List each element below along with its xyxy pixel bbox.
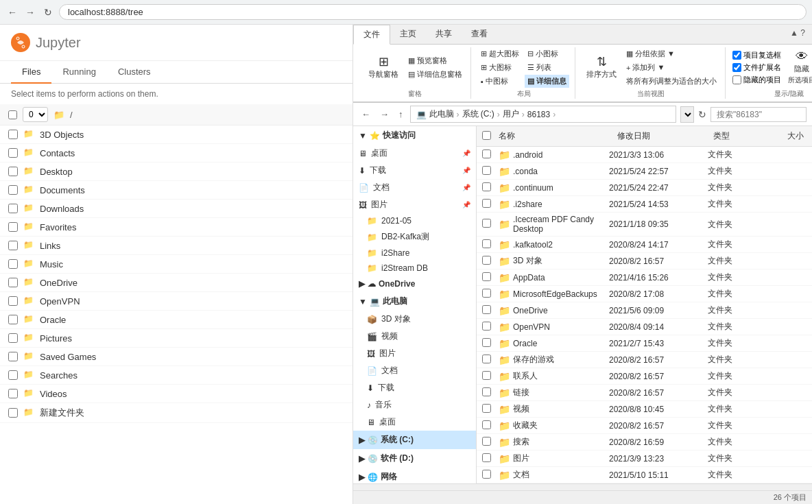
horizontal-scrollbar[interactable] xyxy=(353,483,812,490)
sidebar-network-header[interactable]: ▶ 🌐 网络 xyxy=(353,468,476,483)
row-checkbox[interactable] xyxy=(482,470,491,479)
group-by-btn[interactable]: ▦ 分组依据 ▼ xyxy=(623,47,719,60)
forward-button[interactable]: → xyxy=(23,5,37,19)
jupyter-list-item[interactable]: 📁 Saved Games xyxy=(0,348,353,366)
fit-all-cols-btn[interactable]: 将所有列调整为适合的大小 xyxy=(623,75,719,88)
sidebar-item-dl[interactable]: ⬇ 下载 xyxy=(353,379,476,396)
table-row[interactable]: 📁 视频 2020/8/8 10:45 文件夹 xyxy=(477,401,812,418)
addr-back-btn[interactable]: ← xyxy=(359,108,373,121)
row-checkbox[interactable] xyxy=(482,149,491,158)
row-checkbox[interactable] xyxy=(482,219,491,228)
jupyter-list-item[interactable]: 📁 3D Objects xyxy=(0,125,353,144)
path-dropdown[interactable]: ▾ xyxy=(680,106,694,123)
huge-icon-btn[interactable]: ⊞ 超大图标 xyxy=(478,47,522,60)
table-row[interactable]: 📁 .i2share 2021/5/24 14:53 文件夹 xyxy=(477,196,812,213)
sidebar-item-i2streamdb[interactable]: 📁 i2Stream DB xyxy=(353,261,476,276)
explorer-path-bar[interactable]: 💻 此电脑 › 系统 (C:) › 用户 › 86183 › xyxy=(410,106,677,123)
medium-icon-btn[interactable]: ▪ 中图标 xyxy=(478,75,522,88)
sidebar-item-downloads[interactable]: ⬇ 下载 📌 xyxy=(353,162,476,179)
sidebar-item-pictures[interactable]: 🖼 图片 📌 xyxy=(353,196,476,213)
add-col-btn[interactable]: + 添加列 ▼ xyxy=(623,61,719,74)
select-all-checkbox[interactable] xyxy=(8,110,17,119)
large-icon-btn[interactable]: ⊞ 大图标 xyxy=(478,61,522,74)
row-checkbox[interactable] xyxy=(482,420,491,429)
row-checkbox[interactable] xyxy=(482,272,491,281)
table-row[interactable]: 📁 搜索 2020/8/2 16:59 文件夹 xyxy=(477,434,812,451)
table-row[interactable]: 📁 .Icecream PDF Candy Desktop 2021/1/18 … xyxy=(477,213,812,237)
jupyter-list-item[interactable]: 📁 Videos xyxy=(0,385,353,403)
jupyter-list-item[interactable]: 📁 Contacts xyxy=(0,144,353,163)
col-header-name[interactable]: 名称 xyxy=(496,129,614,143)
ribbon-tab-file[interactable]: 文件 xyxy=(353,25,390,45)
item-checkbox[interactable] xyxy=(8,259,18,269)
item-checkbox[interactable] xyxy=(8,315,18,324)
sidebar-item-video[interactable]: 🎬 视频 xyxy=(353,328,476,345)
item-checkbox[interactable] xyxy=(8,241,18,250)
row-checkbox[interactable] xyxy=(482,338,491,347)
table-row[interactable]: 📁 .continuum 2021/5/24 22:47 文件夹 xyxy=(477,180,812,196)
row-checkbox[interactable] xyxy=(482,404,491,413)
row-checkbox[interactable] xyxy=(482,453,491,462)
sidebar-item-db2kafka[interactable]: 📁 DB2-Kafka测 xyxy=(353,228,476,245)
select-all-files-checkbox[interactable] xyxy=(482,131,491,140)
row-checkbox[interactable] xyxy=(482,371,491,380)
item-checkbox[interactable] xyxy=(8,204,18,213)
item-checkbox[interactable] xyxy=(8,333,18,343)
details-btn[interactable]: ▤ 详细信息 xyxy=(525,75,569,88)
row-checkbox[interactable] xyxy=(482,322,491,331)
table-row[interactable]: 📁 文档 2021/5/10 15:11 文件夹 xyxy=(477,467,812,483)
table-row[interactable]: 📁 图片 2021/3/9 13:23 文件夹 xyxy=(477,451,812,467)
row-checkbox[interactable] xyxy=(482,239,491,248)
jupyter-list-item[interactable]: 📁 新建文件夹 xyxy=(0,403,353,423)
jupyter-list-item[interactable]: 📁 Music xyxy=(0,255,353,274)
sidebar-quick-access-header[interactable]: ▼ ⭐ 快速访问 xyxy=(353,126,476,145)
row-checkbox[interactable] xyxy=(482,305,491,314)
tab-running[interactable]: Running xyxy=(51,61,106,84)
item-checkbox[interactable] xyxy=(8,130,18,139)
jupyter-list-item[interactable]: 📁 Documents xyxy=(0,181,353,200)
browser-address-bar[interactable] xyxy=(59,4,807,20)
item-checkbox[interactable] xyxy=(8,389,18,398)
back-button[interactable]: ← xyxy=(5,5,19,19)
hide-selected-btn[interactable]: 👁 隐藏 所选项目 xyxy=(784,48,812,87)
col-header-date[interactable]: 修改日期 xyxy=(614,129,710,143)
item-checkbox[interactable] xyxy=(8,370,18,380)
jupyter-list-item[interactable]: 📁 Pictures xyxy=(0,329,353,348)
item-select-checkbox[interactable] xyxy=(732,51,741,60)
row-checkbox[interactable] xyxy=(482,256,491,265)
table-row[interactable]: 📁 AppData 2021/4/16 15:26 文件夹 xyxy=(477,269,812,286)
item-checkbox[interactable] xyxy=(8,278,18,287)
item-checkbox[interactable] xyxy=(8,148,18,158)
row-checkbox[interactable] xyxy=(482,355,491,363)
row-checkbox[interactable] xyxy=(482,387,491,396)
sidebar-item-music[interactable]: ♪ 音乐 xyxy=(353,396,476,413)
row-checkbox[interactable] xyxy=(482,437,491,446)
table-row[interactable]: 📁 .kafkatool2 2020/8/24 14:17 文件夹 xyxy=(477,237,812,253)
addr-up-btn[interactable]: ↑ xyxy=(396,108,406,121)
col-header-size[interactable]: 大小 xyxy=(765,129,807,143)
jupyter-list-item[interactable]: 📁 Favorites xyxy=(0,218,353,237)
table-row[interactable]: 📁 OpenVPN 2020/8/4 09:14 文件夹 xyxy=(477,319,812,335)
file-ext-checkbox[interactable] xyxy=(732,63,741,72)
details-pane-btn[interactable]: ▤ 详细信息窗格 xyxy=(405,68,465,81)
sidebar-item-3d-objects[interactable]: 📦 3D 对象 xyxy=(353,311,476,328)
item-checkbox[interactable] xyxy=(8,296,18,306)
small-icon-btn[interactable]: ⊟ 小图标 xyxy=(525,47,569,60)
table-row[interactable]: 📁 .android 2021/3/3 13:06 文件夹 xyxy=(477,147,812,163)
hidden-items-checkbox[interactable] xyxy=(732,75,741,84)
ribbon-tab-home[interactable]: 主页 xyxy=(390,25,426,44)
search-input[interactable] xyxy=(710,107,807,122)
sidebar-item-desktop2[interactable]: 🖥 桌面 xyxy=(353,413,476,431)
table-row[interactable]: 📁 联系人 2020/8/2 16:57 文件夹 xyxy=(477,368,812,385)
item-checkbox[interactable] xyxy=(8,167,18,176)
sidebar-onedrive-header[interactable]: ▶ ☁ OneDrive xyxy=(353,276,476,292)
item-checkbox[interactable] xyxy=(8,408,18,418)
jupyter-list-item[interactable]: 📁 Links xyxy=(0,237,353,255)
jupyter-list-item[interactable]: 📁 OpenVPN xyxy=(0,292,353,311)
addr-forward-btn[interactable]: → xyxy=(377,108,392,121)
item-checkbox[interactable] xyxy=(8,352,18,361)
tab-files[interactable]: Files xyxy=(11,61,51,84)
nav-pane-btn[interactable]: ⊞ 导航窗格 xyxy=(364,53,403,82)
sidebar-softd-header[interactable]: ▶ 💿 软件 (D:) xyxy=(353,449,476,468)
tab-clusters[interactable]: Clusters xyxy=(107,61,162,84)
